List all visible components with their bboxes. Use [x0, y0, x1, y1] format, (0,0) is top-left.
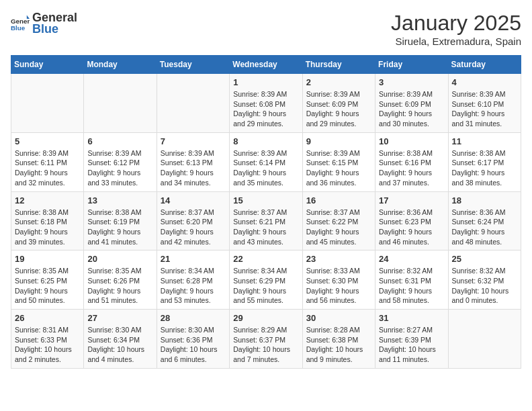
day-info-line: Daylight: 10 hours and 4 minutes.: [87, 345, 144, 363]
day-info-line: Daylight: 9 hours and 43 minutes.: [233, 228, 286, 246]
calendar-cell: 22Sunrise: 8:34 AMSunset: 6:29 PMDayligh…: [230, 250, 302, 310]
day-info-line: Daylight: 10 hours and 0 minutes.: [452, 287, 509, 305]
calendar-cell: 20Sunrise: 8:35 AMSunset: 6:26 PMDayligh…: [84, 250, 157, 310]
day-info-line: Sunset: 6:34 PM: [87, 336, 140, 344]
calendar-cell: 23Sunrise: 8:33 AMSunset: 6:30 PMDayligh…: [302, 250, 375, 310]
day-number: 1: [233, 77, 298, 87]
day-number: 8: [233, 136, 298, 146]
day-info-line: Daylight: 9 hours and 51 minutes.: [87, 287, 140, 305]
day-info-line: Sunrise: 8:37 AM: [306, 208, 360, 216]
day-info-line: Daylight: 9 hours and 48 minutes.: [452, 228, 505, 246]
day-info: Sunrise: 8:32 AMSunset: 6:32 PMDaylight:…: [452, 266, 517, 306]
day-info-line: Sunset: 6:14 PM: [233, 158, 285, 167]
day-info: Sunrise: 8:37 AMSunset: 6:20 PMDaylight:…: [161, 208, 226, 247]
calendar-week-row: 5Sunrise: 8:39 AMSunset: 6:11 PMDaylight…: [11, 132, 521, 191]
day-info-line: Daylight: 9 hours and 29 minutes.: [306, 109, 359, 128]
calendar-cell: 8Sunrise: 8:39 AMSunset: 6:14 PMDaylight…: [230, 132, 302, 191]
day-info: Sunrise: 8:38 AMSunset: 6:16 PMDaylight:…: [379, 148, 444, 188]
day-info-line: Daylight: 9 hours and 53 minutes.: [161, 287, 214, 305]
day-info-line: Sunset: 6:30 PM: [306, 277, 359, 285]
day-number: 27: [87, 313, 152, 323]
day-info-line: Daylight: 9 hours and 42 minutes.: [161, 228, 214, 246]
calendar-cell: 12Sunrise: 8:38 AMSunset: 6:18 PMDayligh…: [11, 191, 84, 250]
day-info: Sunrise: 8:30 AMSunset: 6:36 PMDaylight:…: [161, 325, 226, 365]
calendar-cell: 27Sunrise: 8:30 AMSunset: 6:34 PMDayligh…: [84, 310, 157, 369]
day-info-line: Sunset: 6:15 PM: [306, 158, 359, 167]
day-info-line: Sunrise: 8:39 AM: [306, 90, 360, 98]
day-number: 26: [15, 313, 80, 323]
calendar-cell: 9Sunrise: 8:39 AMSunset: 6:15 PMDaylight…: [302, 132, 375, 191]
calendar-cell: 16Sunrise: 8:37 AMSunset: 6:22 PMDayligh…: [302, 191, 375, 250]
calendar-cell: 18Sunrise: 8:36 AMSunset: 6:24 PMDayligh…: [448, 191, 521, 250]
day-info-line: Sunset: 6:09 PM: [306, 100, 359, 108]
calendar-week-row: 19Sunrise: 8:35 AMSunset: 6:25 PMDayligh…: [11, 250, 521, 310]
calendar-cell: 30Sunrise: 8:28 AMSunset: 6:38 PMDayligh…: [302, 310, 375, 369]
day-info: Sunrise: 8:30 AMSunset: 6:34 PMDaylight:…: [87, 325, 152, 365]
day-info: Sunrise: 8:36 AMSunset: 6:24 PMDaylight:…: [452, 208, 517, 247]
calendar-cell: 14Sunrise: 8:37 AMSunset: 6:20 PMDayligh…: [157, 191, 229, 250]
day-number: 10: [379, 136, 444, 146]
day-info-line: Daylight: 9 hours and 30 minutes.: [379, 109, 432, 128]
day-info: Sunrise: 8:39 AMSunset: 6:09 PMDaylight:…: [379, 89, 444, 129]
day-info: Sunrise: 8:39 AMSunset: 6:08 PMDaylight:…: [233, 89, 298, 129]
day-info-line: Daylight: 10 hours and 6 minutes.: [161, 345, 218, 363]
day-info-line: Sunset: 6:11 PM: [15, 158, 67, 167]
day-info-line: Sunrise: 8:36 AM: [379, 208, 433, 216]
day-number: 9: [306, 136, 371, 146]
day-info-line: Sunrise: 8:34 AM: [161, 267, 214, 275]
day-info-line: Daylight: 9 hours and 38 minutes.: [452, 169, 505, 187]
day-number: 19: [15, 254, 80, 264]
calendar-cell: 15Sunrise: 8:37 AMSunset: 6:21 PMDayligh…: [230, 191, 302, 250]
day-info-line: Sunrise: 8:39 AM: [379, 90, 433, 98]
calendar-cell: 10Sunrise: 8:38 AMSunset: 6:16 PMDayligh…: [375, 132, 448, 191]
page-header: General Blue General Blue January 2025 S…: [11, 11, 521, 47]
day-number: 29: [233, 313, 298, 323]
calendar-cell: 2Sunrise: 8:39 AMSunset: 6:09 PMDaylight…: [302, 74, 375, 133]
location: Siruela, Extremadura, Spain: [391, 36, 521, 47]
svg-marker-2: [27, 15, 30, 19]
day-info: Sunrise: 8:32 AMSunset: 6:31 PMDaylight:…: [379, 266, 444, 306]
day-number: 16: [306, 195, 371, 205]
day-number: 24: [379, 254, 444, 264]
day-info-line: Daylight: 9 hours and 41 minutes.: [87, 228, 140, 246]
day-info-line: Sunset: 6:21 PM: [233, 218, 285, 226]
day-info-line: Sunset: 6:33 PM: [15, 336, 67, 344]
calendar-cell: 5Sunrise: 8:39 AMSunset: 6:11 PMDaylight…: [11, 132, 84, 191]
day-info-line: Daylight: 9 hours and 50 minutes.: [15, 287, 68, 305]
day-info-line: Daylight: 10 hours and 7 minutes.: [233, 345, 290, 363]
day-info: Sunrise: 8:39 AMSunset: 6:13 PMDaylight:…: [161, 148, 226, 188]
day-info-line: Sunset: 6:36 PM: [161, 336, 213, 344]
day-info-line: Sunrise: 8:37 AM: [161, 208, 214, 216]
calendar-cell: 17Sunrise: 8:36 AMSunset: 6:23 PMDayligh…: [375, 191, 448, 250]
day-info-line: Sunrise: 8:31 AM: [15, 326, 69, 334]
day-info-line: Sunset: 6:28 PM: [161, 277, 213, 285]
day-info: Sunrise: 8:35 AMSunset: 6:26 PMDaylight:…: [87, 266, 152, 306]
day-info-line: Sunrise: 8:38 AM: [87, 208, 141, 216]
calendar-week-row: 26Sunrise: 8:31 AMSunset: 6:33 PMDayligh…: [11, 310, 521, 369]
day-number: 28: [161, 313, 226, 323]
day-number: 13: [87, 195, 152, 205]
calendar-cell: 7Sunrise: 8:39 AMSunset: 6:13 PMDaylight…: [157, 132, 229, 191]
day-info: Sunrise: 8:33 AMSunset: 6:30 PMDaylight:…: [306, 266, 371, 306]
calendar-cell: 21Sunrise: 8:34 AMSunset: 6:28 PMDayligh…: [157, 250, 229, 310]
day-info: Sunrise: 8:38 AMSunset: 6:19 PMDaylight:…: [87, 208, 152, 247]
day-info-line: Daylight: 9 hours and 34 minutes.: [161, 169, 214, 187]
day-info-line: Sunset: 6:19 PM: [87, 218, 140, 226]
weekday-header-thursday: Thursday: [302, 56, 375, 74]
day-info-line: Sunrise: 8:37 AM: [233, 208, 287, 216]
weekday-header-wednesday: Wednesday: [230, 56, 302, 74]
day-info-line: Daylight: 9 hours and 45 minutes.: [306, 228, 359, 246]
logo: General Blue General Blue: [11, 11, 77, 36]
day-info: Sunrise: 8:27 AMSunset: 6:39 PMDaylight:…: [379, 325, 444, 365]
month-title: January 2025: [391, 11, 521, 36]
day-info-line: Daylight: 9 hours and 35 minutes.: [233, 169, 286, 187]
day-info: Sunrise: 8:35 AMSunset: 6:25 PMDaylight:…: [15, 266, 80, 306]
calendar-cell: 29Sunrise: 8:29 AMSunset: 6:37 PMDayligh…: [230, 310, 302, 369]
day-info-line: Sunrise: 8:39 AM: [233, 149, 287, 157]
day-info: Sunrise: 8:39 AMSunset: 6:12 PMDaylight:…: [87, 148, 152, 188]
day-info: Sunrise: 8:39 AMSunset: 6:10 PMDaylight:…: [452, 89, 517, 129]
calendar-cell: 4Sunrise: 8:39 AMSunset: 6:10 PMDaylight…: [448, 74, 521, 133]
day-info-line: Daylight: 9 hours and 58 minutes.: [379, 287, 432, 305]
day-info: Sunrise: 8:38 AMSunset: 6:17 PMDaylight:…: [452, 148, 517, 188]
day-info: Sunrise: 8:37 AMSunset: 6:22 PMDaylight:…: [306, 208, 371, 247]
